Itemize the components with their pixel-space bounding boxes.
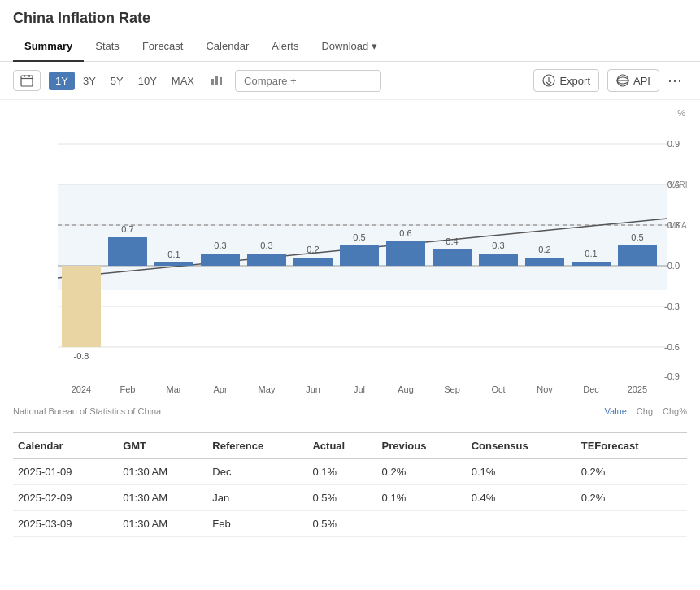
svg-text:0.2: 0.2 bbox=[538, 245, 550, 254]
svg-text:0.9: 0.9 bbox=[667, 139, 680, 149]
bar-dec bbox=[572, 262, 611, 266]
bar-feb1 bbox=[108, 237, 147, 266]
svg-text:Nov: Nov bbox=[537, 384, 553, 394]
col-reference: Reference bbox=[207, 433, 307, 459]
bar-oct bbox=[479, 254, 518, 266]
api-icon bbox=[616, 74, 629, 87]
svg-text:0.1: 0.1 bbox=[585, 249, 597, 258]
table-cell: 2025-02-09 bbox=[13, 485, 118, 511]
col-teforecast: TEForecast bbox=[576, 433, 687, 459]
svg-text:Oct: Oct bbox=[491, 384, 505, 394]
bar-aug bbox=[386, 241, 425, 266]
table-cell: 0.4% bbox=[467, 485, 576, 511]
table-cell: 0.2% bbox=[576, 485, 687, 511]
data-table: Calendar GMT Reference Actual Previous C… bbox=[13, 432, 687, 537]
table-cell bbox=[467, 511, 576, 537]
svg-rect-0 bbox=[21, 76, 33, 86]
svg-text:VARIANCE: VARIANCE bbox=[669, 180, 687, 189]
chart-source: National Bureau of Statistics of China bbox=[13, 406, 161, 416]
table-cell: 0.2% bbox=[377, 459, 467, 485]
nav-tabs: Summary Stats Forecast Calendar Alerts D… bbox=[0, 32, 700, 62]
svg-text:Jun: Jun bbox=[306, 384, 320, 394]
tab-forecast[interactable]: Forecast bbox=[131, 32, 195, 62]
bar-may bbox=[247, 254, 286, 266]
time-range-buttons: 1Y 3Y 5Y 10Y MAX bbox=[49, 72, 201, 90]
table-cell: 2025-03-09 bbox=[13, 511, 118, 537]
toolbar: 1Y 3Y 5Y 10Y MAX Export API ⋯ bbox=[0, 62, 700, 100]
compare-input[interactable] bbox=[235, 70, 381, 92]
tab-stats[interactable]: Stats bbox=[84, 32, 131, 62]
table-cell: 01:30 AM bbox=[118, 485, 207, 511]
bar-apr bbox=[201, 254, 240, 266]
svg-text:0.5: 0.5 bbox=[353, 232, 365, 242]
page-title: China Inflation Rate bbox=[0, 0, 700, 32]
bar-2024 bbox=[62, 266, 101, 347]
svg-text:May: May bbox=[259, 384, 276, 394]
tab-summary[interactable]: Summary bbox=[13, 32, 84, 62]
table-row: 2025-03-0901:30 AMFeb0.5% bbox=[13, 511, 687, 537]
svg-text:-0.6: -0.6 bbox=[664, 342, 680, 352]
col-gmt: GMT bbox=[118, 433, 207, 459]
table-cell: 01:30 AM bbox=[118, 459, 207, 485]
table-cell: Dec bbox=[207, 459, 307, 485]
value-toggle[interactable]: Value bbox=[605, 406, 627, 416]
col-consensus: Consensus bbox=[467, 433, 576, 459]
svg-text:2025: 2025 bbox=[628, 384, 647, 394]
y-axis-pct: % bbox=[13, 108, 687, 118]
col-previous: Previous bbox=[377, 433, 467, 459]
svg-text:0.7: 0.7 bbox=[121, 224, 133, 234]
svg-text:Sep: Sep bbox=[444, 384, 460, 394]
chart-type-button[interactable] bbox=[204, 69, 232, 92]
svg-text:MEAN: MEAN bbox=[669, 221, 687, 230]
time-5y[interactable]: 5Y bbox=[104, 72, 130, 90]
time-1y[interactable]: 1Y bbox=[49, 72, 75, 90]
svg-text:0.3: 0.3 bbox=[492, 241, 504, 250]
time-max[interactable]: MAX bbox=[165, 72, 201, 90]
table-cell: 01:30 AM bbox=[118, 511, 207, 537]
svg-text:Jul: Jul bbox=[354, 384, 365, 394]
col-actual: Actual bbox=[307, 433, 376, 459]
svg-rect-7 bbox=[224, 74, 224, 85]
svg-text:0.2: 0.2 bbox=[307, 245, 319, 254]
table-section: Calendar GMT Reference Actual Previous C… bbox=[0, 424, 700, 545]
svg-text:Apr: Apr bbox=[213, 384, 227, 394]
svg-text:0.3: 0.3 bbox=[260, 241, 272, 250]
bar-nov bbox=[525, 258, 564, 266]
svg-text:-0.9: -0.9 bbox=[664, 371, 680, 381]
table-cell: 0.5% bbox=[307, 485, 376, 511]
table-row: 2025-02-0901:30 AMJan0.5%0.1%0.4%0.2% bbox=[13, 485, 687, 511]
table-cell: 0.1% bbox=[377, 485, 467, 511]
table-cell bbox=[576, 511, 687, 537]
calendar-button[interactable] bbox=[13, 70, 41, 91]
table-cell: 0.1% bbox=[307, 459, 376, 485]
svg-text:0.5: 0.5 bbox=[631, 232, 643, 242]
table-header-row: Calendar GMT Reference Actual Previous C… bbox=[13, 433, 687, 459]
chg-toggle[interactable]: Chg bbox=[637, 406, 653, 416]
calendar-icon bbox=[20, 74, 33, 87]
tab-calendar[interactable]: Calendar bbox=[194, 32, 260, 62]
svg-rect-4 bbox=[211, 79, 214, 85]
tab-alerts[interactable]: Alerts bbox=[260, 32, 310, 62]
time-3y[interactable]: 3Y bbox=[76, 72, 102, 90]
export-label: Export bbox=[559, 75, 590, 87]
table-cell: 2025-01-09 bbox=[13, 459, 118, 485]
chart-footer: National Bureau of Statistics of China V… bbox=[0, 401, 700, 424]
tab-download[interactable]: Download ▾ bbox=[310, 32, 388, 62]
bar-sep bbox=[433, 249, 472, 266]
chart-container: 0.9 0.6 0.3 0.0 -0.3 -0.6 -0.9 VARIANCE … bbox=[13, 119, 687, 398]
svg-text:Mar: Mar bbox=[167, 384, 182, 394]
more-button[interactable]: ⋯ bbox=[663, 68, 687, 93]
svg-text:2024: 2024 bbox=[72, 384, 91, 394]
svg-text:0.4: 0.4 bbox=[446, 236, 458, 246]
bar-jun bbox=[293, 258, 333, 266]
api-button[interactable]: API bbox=[607, 69, 659, 92]
svg-text:0.0: 0.0 bbox=[667, 261, 680, 271]
table-cell: 0.5% bbox=[307, 511, 376, 537]
export-button[interactable]: Export bbox=[533, 69, 599, 92]
bar-mar bbox=[154, 262, 193, 266]
time-10y[interactable]: 10Y bbox=[132, 72, 163, 90]
main-chart: 0.9 0.6 0.3 0.0 -0.3 -0.6 -0.9 VARIANCE … bbox=[13, 119, 687, 396]
chgpct-toggle[interactable]: Chg% bbox=[663, 406, 687, 416]
table-row: 2025-01-0901:30 AMDec0.1%0.2%0.1%0.2% bbox=[13, 459, 687, 485]
api-label: API bbox=[633, 75, 650, 87]
